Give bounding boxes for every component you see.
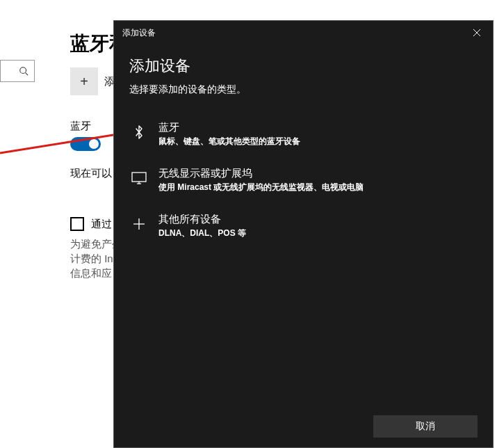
- bluetooth-toggle[interactable]: [70, 137, 101, 151]
- device-option-other[interactable]: 其他所有设备 DLNA、DIAL、POS 等: [129, 206, 478, 252]
- device-option-wireless-display[interactable]: 无线显示器或扩展坞 使用 Miracast 或无线扩展坞的无线监视器、电视或电脑: [129, 160, 478, 206]
- bluetooth-section-label: 蓝牙: [70, 120, 91, 133]
- device-option-title: 蓝牙: [158, 121, 300, 134]
- svg-point-0: [20, 67, 26, 74]
- checkbox-icon: [70, 217, 84, 231]
- plus-icon: [129, 214, 149, 234]
- add-device-button-bg[interactable]: +: [70, 67, 98, 95]
- close-icon: [473, 29, 481, 37]
- close-button[interactable]: [461, 22, 493, 44]
- dialog-titlebar: 添加设备: [114, 21, 493, 45]
- dialog-body: 添加设备 选择要添加的设备的类型。 蓝牙 鼠标、键盘、笔或其他类型的蓝牙设备: [114, 45, 493, 406]
- dialog-titlebar-text: 添加设备: [122, 27, 156, 39]
- device-option-title: 其他所有设备: [158, 213, 246, 226]
- now-available-text: 现在可以: [70, 167, 112, 180]
- device-option-bluetooth[interactable]: 蓝牙 鼠标、键盘、笔或其他类型的蓝牙设备: [129, 114, 478, 160]
- device-option-desc: DLNA、DIAL、POS 等: [158, 227, 246, 239]
- bluetooth-icon: [129, 122, 149, 142]
- dialog-footer: 取消: [114, 406, 493, 447]
- add-device-dialog: 添加设备 添加设备 选择要添加的设备的类型。 蓝牙 鼠标、键盘、笔或其他类型的蓝…: [113, 20, 494, 448]
- display-icon: [129, 168, 149, 188]
- device-option-desc: 使用 Miracast 或无线扩展坞的无线监视器、电视或电脑: [158, 182, 364, 193]
- dialog-subtitle: 选择要添加的设备的类型。: [129, 83, 478, 96]
- dialog-title: 添加设备: [129, 56, 478, 77]
- metered-checkbox-row[interactable]: 通过: [70, 217, 112, 231]
- device-option-text: 蓝牙 鼠标、键盘、笔或其他类型的蓝牙设备: [158, 121, 300, 147]
- device-option-text: 其他所有设备 DLNA、DIAL、POS 等: [158, 213, 246, 239]
- device-option-title: 无线显示器或扩展坞: [158, 167, 364, 180]
- svg-line-1: [26, 73, 28, 76]
- search-icon: [19, 66, 28, 76]
- device-option-text: 无线显示器或扩展坞 使用 Miracast 或无线扩展坞的无线监视器、电视或电脑: [158, 167, 364, 193]
- plus-icon: +: [80, 74, 88, 90]
- cancel-button[interactable]: 取消: [373, 415, 478, 438]
- checkbox-label: 通过: [91, 218, 112, 231]
- device-option-desc: 鼠标、键盘、笔或其他类型的蓝牙设备: [158, 136, 300, 147]
- svg-rect-6: [132, 173, 146, 182]
- search-input[interactable]: [0, 60, 35, 82]
